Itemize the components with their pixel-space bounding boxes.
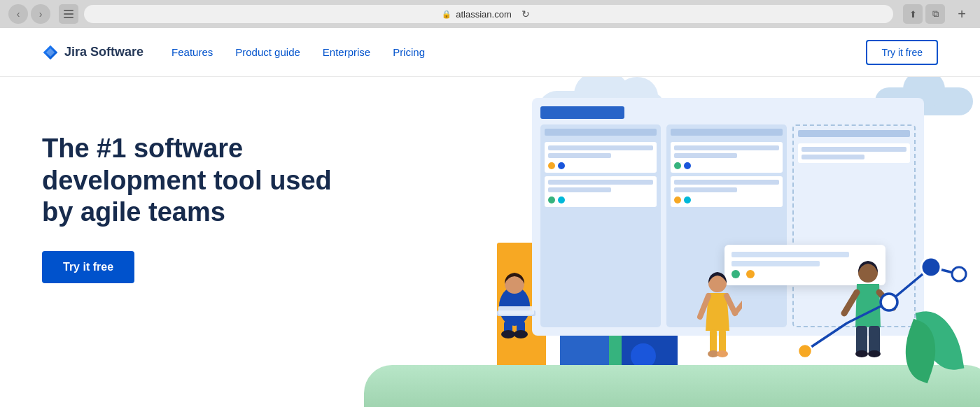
svg-rect-2 <box>64 17 74 18</box>
card-line <box>548 145 653 150</box>
back-button[interactable]: ‹ <box>8 4 28 24</box>
col-3-header <box>798 130 910 137</box>
person-sitting-svg <box>483 257 546 341</box>
sidebar-button[interactable] <box>59 4 78 24</box>
card-2-2 <box>671 176 783 207</box>
dot-orange <box>548 162 555 169</box>
browser-nav-buttons: ‹ › <box>8 4 50 24</box>
browser-chrome: ‹ › 🔒 atlassian.com ↻ ⬆ ⧉ + <box>0 0 980 28</box>
chart-line-svg <box>791 253 973 365</box>
svg-rect-1 <box>64 13 74 15</box>
card-line-short <box>548 153 611 158</box>
person-yellow-dress <box>693 268 742 369</box>
person-sitting <box>483 257 546 344</box>
card-line-short <box>674 153 737 158</box>
hero-text-area: The #1 software development tool used by… <box>42 133 336 283</box>
card-3-1 <box>798 143 910 163</box>
card-dots <box>548 197 653 204</box>
card-line <box>674 180 779 185</box>
lock-icon: 🔒 <box>442 10 451 19</box>
svg-point-7 <box>501 330 515 338</box>
logo-text: Jira Software <box>64 45 144 59</box>
logo-area: Jira Software <box>42 44 144 61</box>
hero-headline: The #1 software development tool used by… <box>42 133 336 229</box>
svg-point-18 <box>717 350 728 357</box>
col-1-header <box>545 129 657 136</box>
svg-rect-0 <box>64 10 74 11</box>
hero-try-free-button[interactable]: Try it free <box>42 251 134 283</box>
kanban-col-1 <box>540 124 661 327</box>
svg-point-8 <box>514 330 528 338</box>
dot-green <box>674 162 681 169</box>
card-line <box>674 145 779 150</box>
dot-blue <box>684 162 691 169</box>
card-dots <box>674 162 779 169</box>
forward-button[interactable]: › <box>31 4 50 24</box>
card-dots <box>548 162 653 169</box>
reload-button[interactable]: ↻ <box>516 4 536 24</box>
new-tab-button[interactable]: + <box>952 4 972 24</box>
address-bar[interactable]: 🔒 atlassian.com ↻ <box>84 5 893 23</box>
logo-icon <box>42 44 59 61</box>
col-2-header <box>671 129 783 136</box>
card-line-short <box>548 187 611 192</box>
card-line <box>548 180 653 185</box>
ground <box>364 365 980 407</box>
dot-orange <box>674 197 681 204</box>
svg-line-14 <box>735 303 742 313</box>
hero-section: The #1 software development tool used by… <box>0 77 980 407</box>
nav-link-pricing[interactable]: Pricing <box>393 46 425 58</box>
svg-rect-10 <box>498 306 534 315</box>
card-line-short <box>802 155 864 159</box>
card-line-short <box>674 187 737 192</box>
svg-rect-15 <box>710 329 717 354</box>
card-1-1 <box>545 142 657 173</box>
dot-blue <box>558 162 565 169</box>
dot-green <box>548 197 555 204</box>
svg-point-28 <box>921 257 941 277</box>
nav-links: Features Product guide Enterprise Pricin… <box>172 46 425 58</box>
hero-illustration <box>364 77 980 407</box>
card-1-2 <box>545 176 657 207</box>
nav-link-features[interactable]: Features <box>172 46 213 58</box>
svg-rect-16 <box>719 329 726 354</box>
nav-link-enterprise[interactable]: Enterprise <box>323 46 370 58</box>
active-dot-orange <box>746 270 755 278</box>
svg-point-26 <box>798 344 812 358</box>
kanban-header-bar <box>540 106 624 119</box>
svg-point-27 <box>881 294 897 310</box>
svg-point-29 <box>952 267 966 281</box>
card-dots <box>674 197 779 204</box>
card-line <box>802 147 906 152</box>
url-text: atlassian.com <box>456 9 511 20</box>
nav-try-free-button[interactable]: Try it free <box>866 40 938 65</box>
tabs-button[interactable]: ⧉ <box>925 4 945 24</box>
dot-teal <box>558 197 565 204</box>
person-yellow-svg <box>693 268 742 366</box>
navbar: Jira Software Features Product guide Ent… <box>0 28 980 77</box>
dot-teal <box>684 197 691 204</box>
browser-actions: ⬆ ⧉ <box>903 4 945 24</box>
share-button[interactable]: ⬆ <box>903 4 923 24</box>
nav-link-product-guide[interactable]: Product guide <box>235 46 300 58</box>
card-2-1 <box>671 142 783 173</box>
page: Jira Software Features Product guide Ent… <box>0 28 980 407</box>
